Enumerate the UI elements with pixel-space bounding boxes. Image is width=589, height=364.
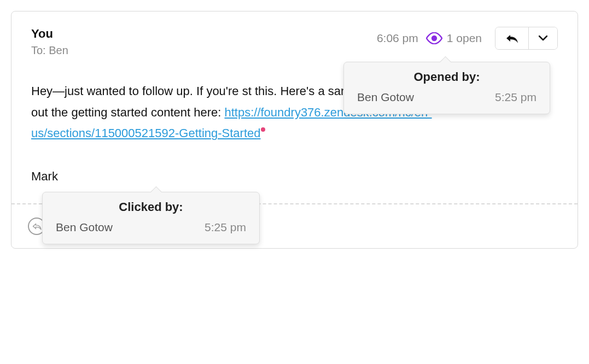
email-card: You To: Ben 6:06 pm 1 open [11,11,578,249]
opened-by-popover: Opened by: Ben Gotow 5:25 pm [343,62,550,114]
sender-name: You [31,27,68,41]
clicked-popover-title: Clicked by: [56,200,246,214]
recipient-prefix: To: [31,44,49,56]
clicked-by-name: Ben Gotow [56,221,113,234]
opened-popover-row: Ben Gotow 5:25 pm [357,91,536,104]
sender-block: You To: Ben [31,27,68,57]
email-header: You To: Ben 6:06 pm 1 open [11,11,578,57]
recipient-name: Ben [49,44,68,56]
clicked-by-popover: Clicked by: Ben Gotow 5:25 pm [42,192,260,244]
header-right: 6:06 pm 1 open [377,27,558,50]
link-tracking-dot[interactable] [261,127,265,132]
email-timestamp: 6:06 pm [377,32,418,45]
open-tracking-indicator[interactable]: 1 open [426,32,482,45]
open-tracking-label: 1 open [447,32,482,45]
reply-icon [505,33,518,44]
reply-button[interactable] [495,27,528,49]
opened-by-time: 5:25 pm [495,91,536,104]
clicked-popover-row: Ben Gotow 5:25 pm [56,221,246,234]
reply-icon-small [32,222,42,230]
svg-point-0 [431,36,437,41]
opened-popover-title: Opened by: [357,70,536,84]
action-button-group [495,27,558,50]
opened-by-name: Ben Gotow [357,91,414,104]
clicked-by-time: 5:25 pm [205,221,246,234]
eye-icon [426,32,442,44]
chevron-down-icon [539,36,547,41]
more-actions-button[interactable] [528,27,557,49]
recipient-line: To: Ben [31,44,68,57]
